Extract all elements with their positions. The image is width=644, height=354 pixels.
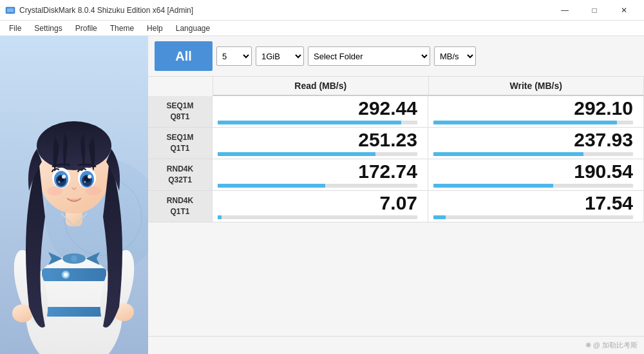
read-value-0: 292.44 bbox=[358, 99, 417, 118]
write-bar-3 bbox=[433, 215, 446, 219]
read-bar-3 bbox=[218, 215, 222, 219]
read-bar-container-1 bbox=[218, 152, 417, 156]
title-bar-left: CrystalDiskMark 8.0.4 Shizuku Edition x6… bbox=[5, 5, 193, 15]
read-bar-container-3 bbox=[218, 215, 417, 219]
svg-point-29 bbox=[86, 186, 101, 195]
window-title: CrystalDiskMark 8.0.4 Shizuku Edition x6… bbox=[19, 6, 193, 15]
title-bar: CrystalDiskMark 8.0.4 Shizuku Edition x6… bbox=[0, 0, 644, 21]
row-label-0: SEQ1MQ8T1 bbox=[148, 96, 213, 127]
table-header: Read (MB/s) Write (MB/s) bbox=[148, 77, 644, 96]
watermark-text: ❋ @ 加勒比考斯 bbox=[585, 340, 638, 350]
read-bar-1 bbox=[218, 152, 375, 156]
right-panel: All 1359oo 16MiB64MiB256MiB1GiB4GiB16GiB… bbox=[148, 36, 644, 354]
menu-bar: FileSettingsProfileThemeHelpLanguage bbox=[0, 21, 644, 36]
read-bar-2 bbox=[218, 184, 325, 188]
menu-item-language[interactable]: Language bbox=[169, 21, 216, 36]
write-value-1: 237.93 bbox=[574, 130, 633, 150]
count-select[interactable]: 1359oo bbox=[216, 46, 252, 66]
write-value-0: 292.10 bbox=[574, 99, 633, 118]
row-write-2: 190.54 bbox=[428, 159, 644, 190]
read-header: Read (MB/s) bbox=[213, 77, 428, 96]
read-bar-container-0 bbox=[218, 121, 417, 124]
minimize-button[interactable]: — bbox=[550, 0, 580, 21]
bottom-row: ❋ @ 加勒比考斯 bbox=[148, 336, 644, 354]
write-bar-container-3 bbox=[433, 215, 633, 219]
row-write-1: 237.93 bbox=[428, 128, 644, 159]
read-value-3: 7.07 bbox=[380, 193, 417, 213]
svg-point-27 bbox=[84, 181, 86, 183]
bench-row-3: RND4KQ1T1 7.07 17.54 bbox=[148, 191, 644, 222]
bench-row-2: RND4KQ32T1 172.74 190.54 bbox=[148, 159, 644, 191]
write-bar-1 bbox=[433, 152, 583, 156]
read-value-1: 251.23 bbox=[358, 130, 417, 150]
svg-rect-1 bbox=[7, 8, 14, 12]
menu-item-profile[interactable]: Profile bbox=[69, 21, 104, 36]
write-bar-container-1 bbox=[433, 152, 633, 156]
anime-character bbox=[0, 36, 148, 354]
row-label-1: SEQ1MQ1T1 bbox=[148, 128, 213, 159]
row-read-0: 292.44 bbox=[213, 96, 428, 127]
write-header: Write (MB/s) bbox=[428, 77, 645, 96]
controls-row: All 1359oo 16MiB64MiB256MiB1GiB4GiB16GiB… bbox=[148, 36, 644, 77]
row-read-1: 251.23 bbox=[213, 128, 428, 159]
bench-row-1: SEQ1MQ1T1 251.23 237.93 bbox=[148, 128, 644, 159]
menu-item-theme[interactable]: Theme bbox=[104, 21, 140, 36]
svg-point-15 bbox=[37, 121, 111, 170]
svg-point-21 bbox=[59, 181, 61, 183]
main-content: All 1359oo 16MiB64MiB256MiB1GiB4GiB16GiB… bbox=[0, 36, 644, 354]
write-value-2: 190.54 bbox=[574, 162, 633, 181]
row-label-3: RND4KQ1T1 bbox=[148, 191, 213, 222]
title-bar-controls: — □ ✕ bbox=[550, 0, 639, 21]
svg-rect-8 bbox=[45, 307, 103, 317]
write-bar-2 bbox=[433, 184, 553, 188]
svg-point-28 bbox=[47, 186, 62, 195]
menu-item-file[interactable]: File bbox=[3, 21, 28, 36]
size-select[interactable]: 16MiB64MiB256MiB1GiB4GiB16GiB32GiB64GiB bbox=[256, 46, 304, 66]
unit-select[interactable]: MB/sGB/sIOPSμs bbox=[434, 46, 476, 66]
left-panel bbox=[0, 36, 148, 354]
write-bar-0 bbox=[433, 121, 617, 124]
write-value-3: 17.54 bbox=[585, 193, 633, 213]
menu-item-help[interactable]: Help bbox=[140, 21, 169, 36]
app-icon bbox=[5, 5, 15, 15]
read-value-2: 172.74 bbox=[358, 162, 417, 181]
svg-point-2 bbox=[10, 12, 11, 13]
write-bar-container-0 bbox=[433, 121, 633, 124]
write-bar-container-2 bbox=[433, 184, 633, 188]
benchmark-table: Read (MB/s) Write (MB/s) SEQ1MQ8T1 292.4… bbox=[148, 77, 644, 336]
row-read-3: 7.07 bbox=[213, 191, 428, 222]
row-write-0: 292.10 bbox=[428, 96, 644, 127]
all-button[interactable]: All bbox=[155, 41, 213, 71]
bench-rows-container: SEQ1MQ8T1 292.44 292.10 SEQ1MQ1T1 251.23… bbox=[148, 96, 644, 222]
svg-point-35 bbox=[71, 255, 77, 262]
row-read-2: 172.74 bbox=[213, 159, 428, 190]
svg-point-26 bbox=[88, 175, 91, 179]
label-header-cell bbox=[148, 77, 213, 96]
folder-select[interactable]: Select Folder bbox=[308, 46, 430, 66]
read-bar-container-2 bbox=[218, 184, 417, 188]
bench-row-0: SEQ1MQ8T1 292.44 292.10 bbox=[148, 96, 644, 128]
menu-item-settings[interactable]: Settings bbox=[28, 21, 68, 36]
close-button[interactable]: ✕ bbox=[609, 0, 639, 21]
read-bar-0 bbox=[218, 121, 401, 124]
svg-rect-7 bbox=[42, 268, 106, 281]
row-label-2: RND4KQ32T1 bbox=[148, 159, 213, 190]
row-write-3: 17.54 bbox=[428, 191, 644, 222]
svg-point-20 bbox=[62, 175, 66, 179]
maximize-button[interactable]: □ bbox=[580, 0, 609, 21]
svg-point-31 bbox=[64, 273, 68, 277]
